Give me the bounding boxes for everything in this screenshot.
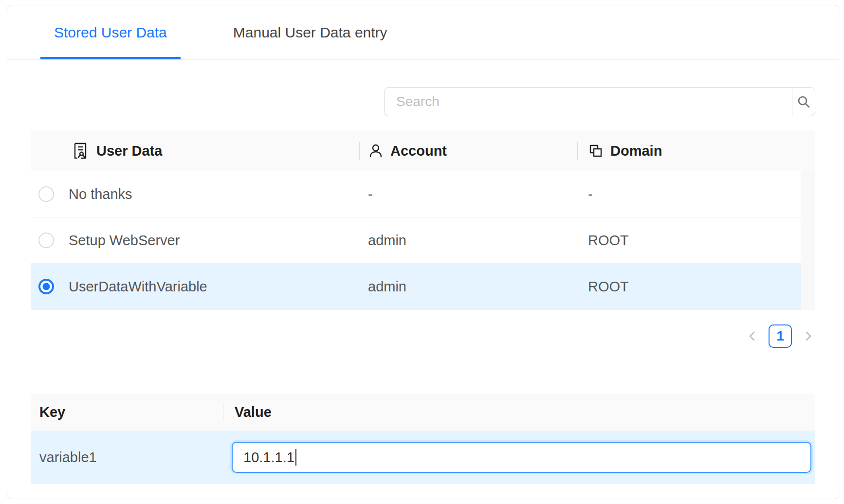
tab-stored-user-data[interactable]: Stored User Data	[40, 5, 181, 59]
variable-row: variable1 10.1.1.1	[31, 431, 815, 484]
search-input[interactable]	[384, 87, 792, 116]
user-data-cell: No thanks	[69, 186, 132, 202]
user-data-panel: Stored User Data Manual User Data entry	[7, 5, 839, 499]
user-data-table: User Data Account	[31, 130, 815, 310]
text-cursor	[295, 449, 296, 466]
column-label-account: Account	[390, 143, 447, 159]
account-cell: -	[359, 186, 577, 202]
user-data-cell: Setup WebServer	[69, 233, 180, 249]
radio-checked-icon[interactable]	[38, 279, 54, 294]
domain-cell: ROOT	[577, 233, 801, 249]
account-cell: admin	[359, 233, 577, 249]
tab-bar: Stored User Data Manual User Data entry	[7, 5, 839, 60]
chevron-right-icon	[803, 331, 813, 342]
search-box	[384, 87, 815, 116]
pagination-next-button[interactable]	[801, 324, 815, 348]
search-icon	[796, 94, 811, 109]
table-row-setup-webserver[interactable]: Setup WebServer admin ROOT	[31, 217, 801, 264]
tab-manual-user-data-entry[interactable]: Manual User Data entry	[220, 5, 401, 59]
variables-table: Key Value variable1 10.1.1.1	[31, 394, 815, 484]
account-cell: admin	[359, 279, 577, 295]
search-row	[31, 87, 815, 116]
search-button[interactable]	[792, 87, 815, 116]
user-data-cell: UserDataWithVariable	[69, 279, 207, 295]
solution-icon	[71, 142, 90, 160]
chevron-left-icon	[747, 331, 758, 342]
table-scrollbar-track[interactable]	[801, 171, 815, 310]
variable-value-text: 10.1.1.1	[243, 450, 294, 466]
table-row-no-thanks[interactable]: No thanks - -	[31, 171, 801, 217]
column-label-user-data: User Data	[96, 143, 162, 159]
column-header-user-data: User Data	[31, 130, 359, 171]
variables-header-row: Key Value	[31, 394, 815, 431]
table-body: No thanks - - Setup WebServer admin ROOT	[31, 171, 801, 310]
variable-key: variable1	[31, 450, 223, 466]
block-icon	[588, 143, 604, 159]
user-icon	[368, 143, 384, 159]
table-header-row: User Data Account	[31, 130, 815, 171]
domain-cell: -	[577, 186, 801, 202]
pagination-prev-button[interactable]	[745, 324, 760, 348]
pagination-page-1[interactable]: 1	[769, 324, 792, 348]
column-header-account: Account	[359, 130, 577, 171]
table-row-userdatawithvariable[interactable]: UserDataWithVariable admin ROOT	[31, 264, 801, 310]
column-header-value: Value	[223, 394, 815, 431]
radio-unchecked-icon[interactable]	[38, 233, 54, 248]
domain-cell: ROOT	[577, 279, 801, 295]
column-label-domain: Domain	[610, 143, 662, 159]
radio-unchecked-icon[interactable]	[38, 186, 54, 202]
column-header-domain: Domain	[577, 130, 815, 171]
column-header-key: Key	[31, 394, 223, 431]
pagination: 1	[31, 324, 815, 348]
variable-value-input[interactable]: 10.1.1.1	[232, 442, 811, 473]
